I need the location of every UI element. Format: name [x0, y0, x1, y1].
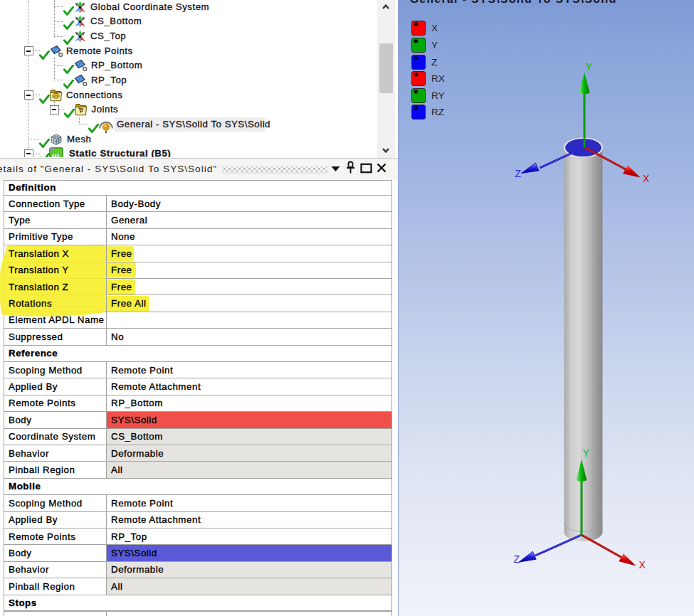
svg-text:Y: Y: [583, 447, 590, 459]
svg-text:X: X: [643, 173, 650, 184]
svg-text:Z: Z: [514, 553, 520, 565]
svg-text:Y: Y: [586, 61, 593, 73]
svg-text:Z: Z: [515, 168, 522, 179]
svg-text:X: X: [639, 559, 646, 570]
